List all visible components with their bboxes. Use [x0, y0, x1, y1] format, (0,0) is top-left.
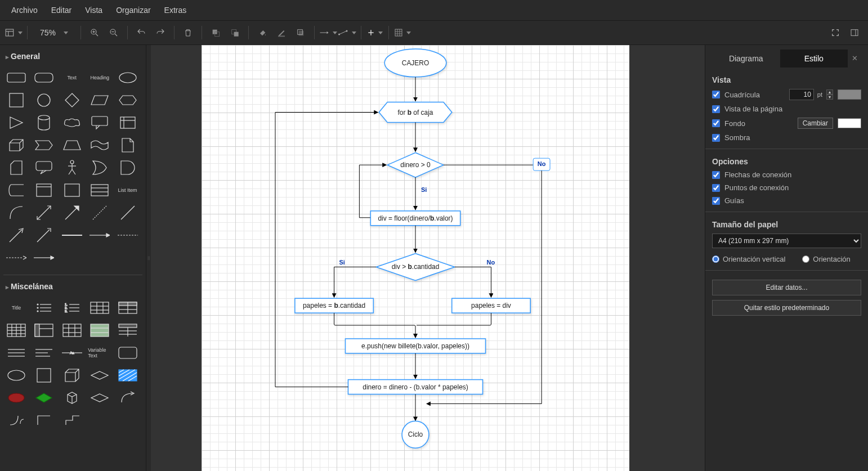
- shape-or[interactable]: [88, 158, 111, 178]
- fullscreen-button[interactable]: [826, 24, 844, 42]
- misc-ellipse-red[interactable]: [5, 388, 28, 408]
- connection-style-button[interactable]: [319, 24, 337, 42]
- misc-cube-wire[interactable]: [60, 388, 84, 408]
- misc-table-5[interactable]: [60, 320, 84, 340]
- to-back-button[interactable]: [226, 24, 244, 42]
- shape-link-hline-4[interactable]: [5, 248, 28, 268]
- misc-title[interactable]: Title: [5, 298, 28, 318]
- checkbox-shadow[interactable]: [712, 134, 720, 142]
- shape-data-store[interactable]: [5, 180, 28, 200]
- node-proc1[interactable]: div = floor(dinero/b.valor): [378, 214, 453, 222]
- checkbox-conn-arrows[interactable]: [712, 171, 720, 179]
- left-splitter[interactable]: [146, 45, 151, 471]
- node-proc3[interactable]: papeles = div: [471, 302, 511, 309]
- menu-edit[interactable]: Editar: [44, 2, 79, 18]
- shape-circle[interactable]: [32, 90, 56, 110]
- label-conn-arrows[interactable]: Flechas de conexión: [724, 171, 861, 179]
- fill-color-button[interactable]: [253, 24, 271, 42]
- shape-dashed-line[interactable]: [88, 203, 111, 223]
- shape-link-hline[interactable]: [60, 225, 84, 245]
- shape-actor[interactable]: [60, 158, 84, 178]
- shape-heading[interactable]: Heading: [88, 68, 111, 88]
- zoom-in-button[interactable]: [86, 24, 104, 42]
- tab-style[interactable]: Estilo: [780, 50, 848, 68]
- shape-internal-storage[interactable]: [116, 113, 140, 133]
- node-proc2[interactable]: papeles = b.cantidad: [303, 302, 365, 309]
- shape-ellipse[interactable]: [116, 68, 140, 88]
- redo-button[interactable]: [151, 24, 169, 42]
- table-button[interactable]: [393, 24, 411, 42]
- zoom-out-button[interactable]: [105, 24, 123, 42]
- menu-file[interactable]: Archivo: [5, 2, 44, 18]
- shadow-button[interactable]: [292, 24, 310, 42]
- checkbox-background[interactable]: [712, 119, 720, 127]
- misc-table-6[interactable]: [88, 320, 111, 340]
- misc-link-label[interactable]: Aa: [60, 343, 84, 363]
- shape-note[interactable]: [116, 135, 140, 155]
- misc-diamond-flat[interactable]: [88, 365, 111, 385]
- shape-link-hline-3[interactable]: [116, 225, 140, 245]
- tab-close-button[interactable]: ✕: [848, 50, 861, 68]
- node-cond2[interactable]: div > b.cantidad: [392, 263, 440, 271]
- shape-rect-rounded[interactable]: [5, 68, 28, 88]
- node-proc4[interactable]: e.push(new billete(b.valor, papeles)): [361, 342, 469, 350]
- shape-list[interactable]: [88, 180, 111, 200]
- shape-link-hline-2[interactable]: [88, 225, 111, 245]
- label-conn-points[interactable]: Puntos de conexión: [724, 183, 861, 192]
- shape-cylinder[interactable]: [32, 113, 56, 133]
- misc-elbow[interactable]: [32, 410, 56, 430]
- shape-square[interactable]: [5, 90, 28, 110]
- select-paper-size[interactable]: A4 (210 mm x 297 mm): [712, 234, 861, 248]
- misc-rect-hatched[interactable]: [116, 365, 140, 385]
- shape-callout-2[interactable]: [32, 158, 56, 178]
- checkbox-guides[interactable]: [712, 197, 720, 205]
- to-front-button[interactable]: [207, 24, 225, 42]
- grid-color-swatch[interactable]: [838, 89, 861, 100]
- label-grid[interactable]: Cuadrícula: [724, 91, 785, 99]
- misc-diamond-2[interactable]: [88, 388, 111, 408]
- shape-bidir-arrow[interactable]: [32, 203, 56, 223]
- label-background[interactable]: Fondo: [724, 119, 793, 128]
- shape-and[interactable]: [116, 158, 140, 178]
- view-mode-button[interactable]: [5, 24, 23, 42]
- misc-cube[interactable]: [60, 365, 84, 385]
- misc-table-7[interactable]: [116, 320, 140, 340]
- format-panel-toggle[interactable]: [845, 24, 863, 42]
- shape-text[interactable]: Text: [60, 68, 84, 88]
- node-cond1[interactable]: dinero > 0: [400, 161, 431, 169]
- node-proc5[interactable]: dinero = dinero - (b.valor * papeles): [363, 383, 468, 391]
- bg-color-swatch[interactable]: [838, 118, 861, 128]
- misc-list-unord[interactable]: [32, 298, 56, 318]
- menu-extras[interactable]: Extras: [158, 2, 194, 18]
- shape-rect-rounded-2[interactable]: [32, 68, 56, 88]
- waypoint-style-button[interactable]: [338, 24, 356, 42]
- shape-line[interactable]: [116, 203, 140, 223]
- misc-table-4[interactable]: [32, 320, 56, 340]
- misc-table-1[interactable]: [88, 298, 111, 318]
- misc-ellipse[interactable]: [5, 365, 28, 385]
- label-landscape[interactable]: Orientación: [813, 255, 850, 263]
- checkbox-page-view[interactable]: [712, 105, 720, 113]
- button-clear-style[interactable]: Quitar estilo predeterminado: [712, 300, 861, 316]
- tab-diagram[interactable]: Diagrama: [712, 50, 780, 68]
- button-change-bg[interactable]: Cambiar: [798, 118, 833, 129]
- input-grid-size[interactable]: [789, 89, 814, 100]
- misc-curve-arrow[interactable]: [116, 388, 140, 408]
- shape-cloud[interactable]: [60, 113, 84, 133]
- shape-rect-3[interactable]: [60, 180, 84, 200]
- canvas-paper[interactable]: CAJERO for b of caja dinero > 0 No Si: [202, 45, 629, 471]
- shape-link-hline-5[interactable]: [32, 248, 56, 268]
- shape-tape[interactable]: [88, 135, 111, 155]
- misc-curve-2[interactable]: [5, 410, 28, 430]
- label-guides[interactable]: Guías: [724, 196, 861, 205]
- node-start[interactable]: CAJERO: [402, 59, 429, 67]
- menu-view[interactable]: Vista: [78, 2, 109, 18]
- menu-arrange[interactable]: Organizar: [109, 2, 157, 18]
- misc-rect-round[interactable]: [116, 343, 140, 363]
- zoom-dropdown[interactable]: 75%: [32, 26, 76, 39]
- label-shadow[interactable]: Sombra: [724, 133, 861, 142]
- line-color-button[interactable]: [272, 24, 290, 42]
- checkbox-grid[interactable]: [712, 91, 720, 98]
- insert-button[interactable]: [366, 24, 384, 42]
- shape-diamond[interactable]: [60, 90, 84, 110]
